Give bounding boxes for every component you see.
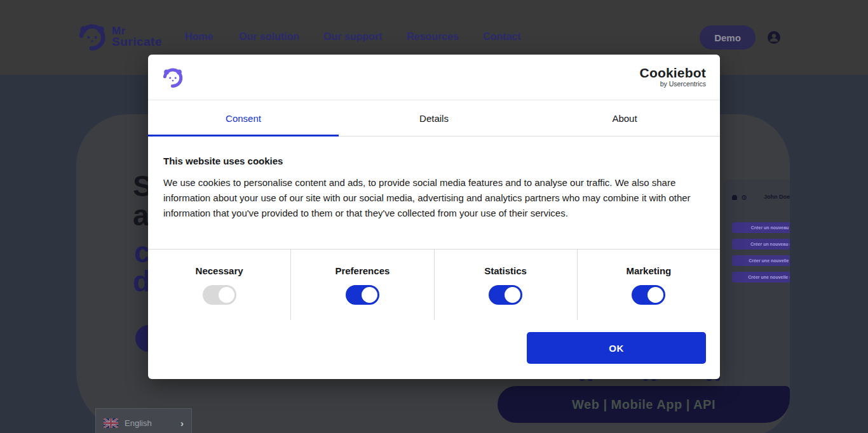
language-label: English <box>125 418 174 428</box>
statistics-toggle[interactable] <box>489 285 522 305</box>
cookiebot-wordmark: Cookiebot <box>640 66 706 79</box>
brand-logo[interactable]: Mr Suricate <box>78 22 162 51</box>
category-label: Preferences <box>335 265 390 276</box>
uk-flag-icon <box>104 418 118 428</box>
cookiebot-byline: by Usercentrics <box>640 81 706 88</box>
mockup-create-scenario-button: Créer un nouveau scénario <box>732 222 790 233</box>
mockup-create-campaign-button: Créer une nouvelle campagne <box>732 272 790 283</box>
demo-button[interactable]: Demo <box>700 25 756 50</box>
language-selector[interactable]: English › <box>95 408 192 433</box>
category-label: Statistics <box>484 265 527 276</box>
page: Mr Suricate Home Our solution Our suppor… <box>0 0 868 433</box>
mockup-user-menu: John Doe ∨ <box>764 194 790 200</box>
dialog-header: Cookiebot by Usercentrics <box>148 55 720 100</box>
category-label: Marketing <box>626 265 671 276</box>
category-marketing: Marketing <box>577 250 720 320</box>
nav-link-resources[interactable]: Resources <box>407 31 459 43</box>
tab-consent[interactable]: Consent <box>148 100 339 136</box>
nav-link-our-support[interactable]: Our support <box>323 31 382 43</box>
chevron-right-icon: › <box>180 418 184 429</box>
dialog-title: This website uses cookies <box>163 156 283 166</box>
hero-heading-line2: a <box>133 198 150 232</box>
preferences-toggle[interactable] <box>346 285 379 305</box>
necessary-toggle[interactable] <box>203 285 236 305</box>
dialog-tabs: Consent Details About <box>148 100 720 137</box>
nav-link-home[interactable]: Home <box>185 31 213 43</box>
meerkat-logo-icon <box>162 67 184 88</box>
category-preferences: Preferences <box>290 250 433 320</box>
dialog-description: We use cookies to personalise content an… <box>163 175 701 221</box>
dashboard-mockup-window <box>723 180 790 396</box>
cookie-categories: Necessary Preferences Statistics Marketi… <box>148 249 720 320</box>
account-icon[interactable] <box>767 30 781 44</box>
meerkat-logo-icon <box>78 22 107 51</box>
ok-button[interactable]: OK <box>527 332 706 364</box>
bell-icon <box>732 195 737 200</box>
gear-icon: ⚙ <box>741 194 747 201</box>
tab-details[interactable]: Details <box>339 100 529 136</box>
tab-about[interactable]: About <box>529 100 720 136</box>
brand-wordmark: Mr Suricate <box>112 26 162 47</box>
category-statistics: Statistics <box>434 250 577 320</box>
cookiebot-logo: Cookiebot by Usercentrics <box>640 66 706 88</box>
mockup-create-metablock-button: Créer un nouveau métabloc <box>732 239 790 250</box>
marketing-toggle[interactable] <box>632 285 665 305</box>
platforms-banner: Web | Mobile App | API <box>498 386 790 423</box>
nav-link-contact[interactable]: Contact <box>483 31 521 43</box>
category-necessary: Necessary <box>148 250 290 320</box>
cookie-consent-dialog: Cookiebot by Usercentrics Consent Detail… <box>148 55 720 379</box>
mockup-create-sequence-button: Créer une nouvelle séquence <box>732 255 790 266</box>
platforms-banner-label: Web | Mobile App | API <box>572 397 715 412</box>
category-label: Necessary <box>196 265 243 276</box>
nav-link-our-solution[interactable]: Our solution <box>239 31 299 43</box>
